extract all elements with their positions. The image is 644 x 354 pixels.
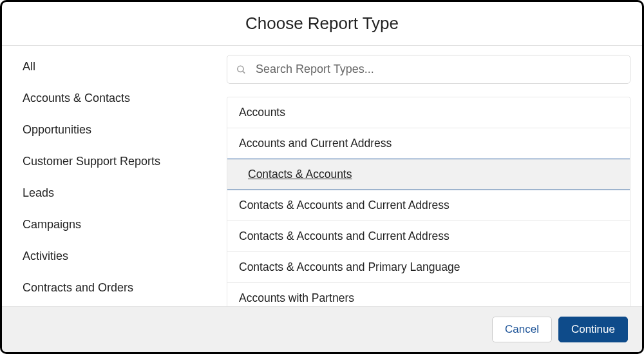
report-item-accounts-current-address[interactable]: Accounts and Current Address [227, 128, 630, 159]
report-item-accounts-partners[interactable]: Accounts with Partners [227, 283, 630, 306]
report-item-contacts-accounts-lang[interactable]: Contacts & Accounts and Primary Language [227, 252, 630, 283]
search-icon [236, 64, 247, 75]
search-input[interactable] [227, 55, 630, 84]
dialog-content: All Accounts & Contacts Opportunities Cu… [2, 46, 642, 306]
dialog-footer: Cancel Continue [2, 306, 642, 352]
report-item-contacts-accounts-addr-2[interactable]: Contacts & Accounts and Current Address [227, 221, 630, 252]
report-type-list: Accounts Accounts and Current Address Co… [227, 97, 630, 306]
dialog-title: Choose Report Type [2, 14, 642, 34]
sidebar-item-campaigns[interactable]: Campaigns [23, 218, 218, 231]
svg-point-0 [238, 66, 243, 72]
sidebar-item-leads[interactable]: Leads [23, 186, 218, 200]
main-panel: Accounts Accounts and Current Address Co… [218, 46, 642, 306]
sidebar-item-activities[interactable]: Activities [23, 250, 218, 263]
cancel-button[interactable]: Cancel [492, 317, 552, 342]
dialog-header: Choose Report Type [2, 2, 642, 45]
category-sidebar: All Accounts & Contacts Opportunities Cu… [2, 46, 218, 306]
report-item-contacts-accounts-addr-1[interactable]: Contacts & Accounts and Current Address [227, 190, 630, 221]
report-item-accounts[interactable]: Accounts [227, 97, 630, 128]
sidebar-item-accounts-contacts[interactable]: Accounts & Contacts [23, 92, 218, 105]
report-item-contacts-accounts[interactable]: Contacts & Accounts [227, 159, 630, 190]
search-wrap [227, 55, 630, 84]
sidebar-item-customer-support[interactable]: Customer Support Reports [23, 155, 218, 168]
sidebar-item-contracts-orders[interactable]: Contracts and Orders [23, 281, 218, 295]
svg-line-1 [243, 71, 245, 73]
continue-button[interactable]: Continue [558, 317, 628, 342]
sidebar-item-all[interactable]: All [23, 60, 218, 74]
sidebar-item-opportunities[interactable]: Opportunities [23, 123, 218, 137]
